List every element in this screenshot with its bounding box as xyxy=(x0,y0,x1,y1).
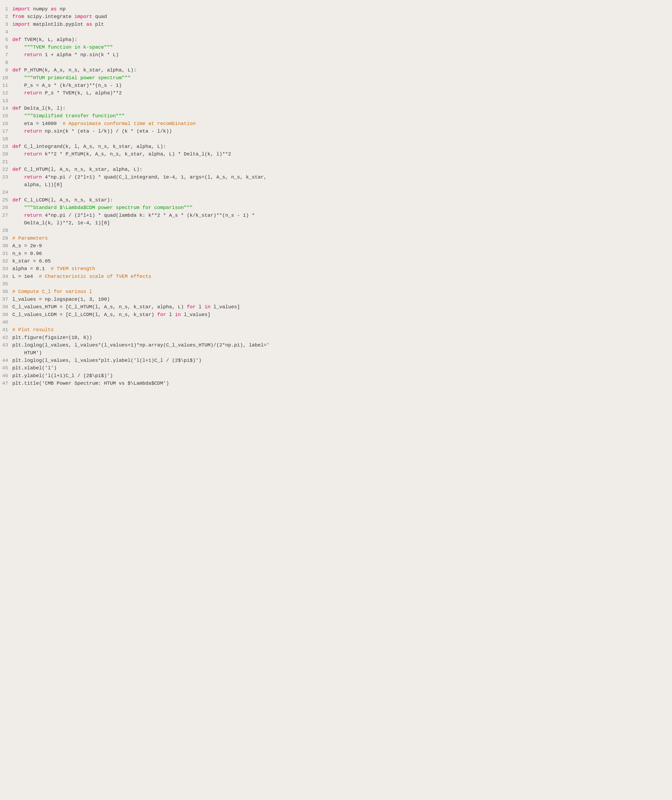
line-number-14: 14 xyxy=(0,104,12,112)
code-line-31: 31 n_s = 0.96 xyxy=(0,250,672,257)
line-content-45: plt.xlabel('l') xyxy=(12,364,672,372)
line-content-35 xyxy=(12,280,672,288)
line-content-12: return P_s * TVEM(k, L, alpha)**2 xyxy=(12,89,672,97)
line-number-22: 22 xyxy=(0,166,12,173)
line-content-11: P_s = A_s * (k/k_star)**(n_s - 1) xyxy=(12,82,672,89)
code-editor: 1 import numpy as np 2 from scipy.integr… xyxy=(0,3,672,389)
line-number-36: 36 xyxy=(0,288,12,295)
line-number-17: 17 xyxy=(0,127,12,135)
line-number-8: 8 xyxy=(0,59,12,66)
line-content-40 xyxy=(12,319,672,326)
line-number-44: 44 xyxy=(0,357,12,364)
line-content-16: eta = 14000 # Approximate conformal time… xyxy=(12,120,672,127)
line-number-3: 3 xyxy=(0,21,12,28)
line-number-39: 39 xyxy=(0,311,12,319)
line-content-25: def C_l_LCDM(l, A_s, n_s, k_star): xyxy=(12,196,672,204)
line-content-17: return np.sin(k * (eta - l/k)) / (k * (e… xyxy=(12,127,672,135)
code-line-6: 6 """TVEM function in k-space""" xyxy=(0,43,672,51)
line-number-1: 1 xyxy=(0,5,12,13)
line-content-42: plt.figure(figsize=(10, 6)) xyxy=(12,334,672,341)
line-number-47: 47 xyxy=(0,380,12,387)
line-number-11: 11 xyxy=(0,82,12,89)
line-number-35: 35 xyxy=(0,280,12,288)
code-line-44: 44 plt.loglog(l_values, l_values*plt.yla… xyxy=(0,357,672,364)
line-content-6: """TVEM function in k-space""" xyxy=(12,43,672,51)
line-number-30: 30 xyxy=(0,242,12,250)
line-number-26: 26 xyxy=(0,204,12,212)
line-number-40: 40 xyxy=(0,319,12,326)
line-content-34: L = 1e4 # Characteristic scale of TVEM e… xyxy=(12,273,672,280)
code-line-13: 13 xyxy=(0,97,672,104)
line-content-41: # Plot results xyxy=(12,326,672,333)
code-line-1: 1 import numpy as np xyxy=(0,5,672,13)
code-line-40: 40 xyxy=(0,319,672,326)
line-number-24: 24 xyxy=(0,189,12,196)
line-number-21: 21 xyxy=(0,158,12,166)
line-number-4: 4 xyxy=(0,28,12,36)
line-content-37: l_values = np.logspace(1, 3, 100) xyxy=(12,296,672,303)
code-line-28: 28 xyxy=(0,227,672,234)
line-number-38: 38 xyxy=(0,303,12,311)
line-number-2: 2 xyxy=(0,13,12,21)
code-line-15: 15 """Simplified transfer function""" xyxy=(0,112,672,120)
code-line-26: 26 """Standard $\Lambda$CDM power spectr… xyxy=(0,204,672,212)
line-number-46: 46 xyxy=(0,372,12,380)
code-line-27: 27 return 4*np.pi / (2*l+1) * quad(lambd… xyxy=(0,212,672,219)
line-number-43: 43 xyxy=(0,341,12,349)
code-line-46: 46 plt.ylabel('l(l+1)C_l / (2$\pi$)') xyxy=(0,372,672,380)
code-line-2: 2 from scipy.integrate import quad xyxy=(0,13,672,21)
line-content-18 xyxy=(12,135,672,143)
line-number-41: 41 xyxy=(0,326,12,333)
line-content-7: return 1 + alpha * np.sin(k * L) xyxy=(12,51,672,59)
line-content-36: # Compute C_l for various l xyxy=(12,288,672,295)
line-number-34: 34 xyxy=(0,273,12,280)
line-content-10: """HTUM primordial power spectrum""" xyxy=(12,74,672,82)
code-line-14: 14 def Delta_l(k, l): xyxy=(0,104,672,112)
code-line-7: 7 return 1 + alpha * np.sin(k * L) xyxy=(0,51,672,59)
line-number-19: 19 xyxy=(0,143,12,150)
code-line-45: 45 plt.xlabel('l') xyxy=(0,364,672,372)
code-line-12: 12 return P_s * TVEM(k, L, alpha)**2 xyxy=(0,89,672,97)
code-line-34: 34 L = 1e4 # Characteristic scale of TVE… xyxy=(0,273,672,280)
line-number-23: 23 xyxy=(0,173,12,181)
code-line-41: 41 # Plot results xyxy=(0,326,672,333)
code-line-5: 5 def TVEM(k, L, alpha): xyxy=(0,36,672,43)
line-number-13: 13 xyxy=(0,97,12,104)
line-content-8 xyxy=(12,59,672,66)
code-line-11: 11 P_s = A_s * (k/k_star)**(n_s - 1) xyxy=(0,82,672,89)
code-line-3: 3 import matplotlib.pyplot as plt xyxy=(0,21,672,28)
code-line-20: 20 return k**2 * P_HTUM(k, A_s, n_s, k_s… xyxy=(0,150,672,158)
line-number-5: 5 xyxy=(0,36,12,43)
line-number-27: 27 xyxy=(0,212,12,219)
code-line-36: 36 # Compute C_l for various l xyxy=(0,288,672,295)
line-content-30: A_s = 2e-9 xyxy=(12,242,672,250)
line-content-27: return 4*np.pi / (2*l+1) * quad(lambda k… xyxy=(12,212,672,219)
line-content-43b: HTUM') xyxy=(12,349,672,357)
code-line-30: 30 A_s = 2e-9 xyxy=(0,242,672,250)
code-line-29: 29 # Parameters xyxy=(0,234,672,242)
code-line-19: 19 def C_l_integrand(k, l, A_s, n_s, k_s… xyxy=(0,143,672,150)
code-line-4: 4 xyxy=(0,28,672,36)
line-content-14: def Delta_l(k, l): xyxy=(12,104,672,112)
code-line-47: 47 plt.title('CMB Power Spectrum: HTUM v… xyxy=(0,380,672,387)
line-content-39: C_l_values_LCDM = [C_l_LCDM(l, A_s, n_s,… xyxy=(12,311,672,319)
line-number-29: 29 xyxy=(0,234,12,242)
line-number-10: 10 xyxy=(0,74,12,82)
code-line-27b: Delta_l(k, l)**2, 1e-4, 1)[0] xyxy=(0,219,672,227)
line-content-24 xyxy=(12,189,672,196)
code-line-8: 8 xyxy=(0,59,672,66)
code-line-23: 23 return 4*np.pi / (2*l+1) * quad(C_l_i… xyxy=(0,173,672,181)
code-line-22: 22 def C_l_HTUM(l, A_s, n_s, k_star, alp… xyxy=(0,166,672,173)
code-line-24: 24 xyxy=(0,189,672,196)
line-content-44: plt.loglog(l_values, l_values*plt.ylabel… xyxy=(12,357,672,364)
line-content-43: plt.loglog(l_values, l_values*(l_values+… xyxy=(12,341,672,349)
line-number-15: 15 xyxy=(0,112,12,120)
code-line-37: 37 l_values = np.logspace(1, 3, 100) xyxy=(0,296,672,303)
line-content-23b: alpha, L))[0] xyxy=(12,181,672,189)
code-line-42: 42 plt.figure(figsize=(10, 6)) xyxy=(0,334,672,341)
line-content-32: k_star = 0.05 xyxy=(12,257,672,265)
line-content-4 xyxy=(12,28,672,36)
line-number-25: 25 xyxy=(0,196,12,204)
code-line-10: 10 """HTUM primordial power spectrum""" xyxy=(0,74,672,82)
code-line-35: 35 xyxy=(0,280,672,288)
